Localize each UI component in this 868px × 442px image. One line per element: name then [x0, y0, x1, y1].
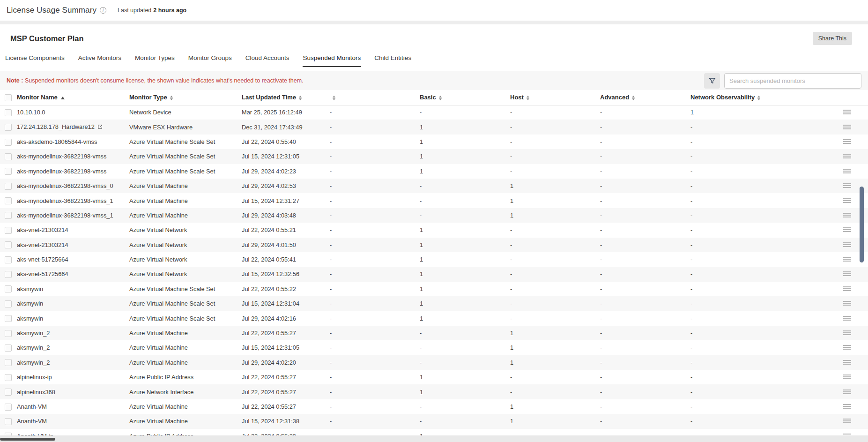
- row-menu-icon[interactable]: [843, 125, 851, 126]
- sort-icon: [757, 96, 760, 100]
- column-header-name[interactable]: Monitor Name: [17, 90, 129, 105]
- cell-blank: -: [330, 120, 420, 134]
- tab-child-entities[interactable]: Child Entities: [374, 52, 412, 67]
- column-header-basic[interactable]: Basic: [420, 90, 510, 105]
- row-menu-icon[interactable]: [843, 345, 851, 346]
- row-checkbox[interactable]: [5, 345, 12, 352]
- row-menu-icon[interactable]: [843, 169, 851, 170]
- cell-netobs: -: [690, 340, 822, 355]
- table-row: aksmywinAzure Virtual Machine Scale SetJ…: [0, 296, 868, 311]
- tab-cloud-accounts[interactable]: Cloud Accounts: [245, 52, 290, 67]
- column-header-blank[interactable]: [330, 90, 420, 105]
- row-menu-icon[interactable]: [843, 110, 851, 111]
- cell-netobs: 1: [690, 105, 822, 120]
- row-checkbox[interactable]: [5, 271, 12, 278]
- top-header-bar: License Usage Summary i Last updated2 ho…: [0, 0, 868, 21]
- cell-netobs: -: [690, 370, 822, 384]
- cell-advanced: -: [600, 223, 690, 237]
- table-row: aks-mynodelinux-36822198-vmssAzure Virtu…: [0, 164, 868, 179]
- plan-card: MSP Customer Plan Share This License Com…: [0, 24, 868, 435]
- row-checkbox[interactable]: [5, 109, 12, 116]
- tab-active-monitors[interactable]: Active Monitors: [78, 52, 122, 67]
- row-menu-icon[interactable]: [843, 198, 851, 199]
- row-menu-icon[interactable]: [843, 286, 851, 287]
- row-checkbox[interactable]: [5, 227, 12, 234]
- row-checkbox[interactable]: [5, 139, 12, 146]
- row-menu-icon[interactable]: [843, 183, 851, 184]
- cell-basic: 1: [420, 296, 510, 311]
- row-checkbox[interactable]: [5, 315, 12, 322]
- tab-monitor-types[interactable]: Monitor Types: [134, 52, 175, 67]
- row-checkbox[interactable]: [5, 197, 12, 204]
- row-checkbox[interactable]: [5, 285, 12, 292]
- cell-blank: -: [330, 399, 420, 414]
- row-menu-icon[interactable]: [843, 316, 851, 317]
- tab-suspended-monitors[interactable]: Suspended Monitors: [303, 52, 362, 67]
- row-checkbox[interactable]: [5, 124, 12, 131]
- table-row: Ananth-VMAzure Virtual MachineJul 22, 20…: [0, 399, 868, 414]
- cell-blank: -: [330, 282, 420, 296]
- cell-updated: Jul 15, 2024 12:31:05: [242, 340, 330, 355]
- column-header-updated[interactable]: Last Updated Time: [242, 90, 330, 105]
- cell-blank: -: [330, 340, 420, 355]
- row-checkbox[interactable]: [5, 389, 12, 396]
- cell-type: Azure Virtual Machine: [129, 208, 242, 223]
- row-menu-icon[interactable]: [843, 404, 851, 405]
- cell-basic: 1: [420, 223, 510, 237]
- row-menu-icon[interactable]: [843, 434, 851, 435]
- row-checkbox[interactable]: [5, 256, 12, 263]
- cell-updated: Jul 29, 2024 4:02:23: [242, 164, 330, 179]
- row-checkbox[interactable]: [5, 404, 12, 411]
- table-row: aks-mynodelinux-36822198-vmss_1Azure Vir…: [0, 208, 868, 223]
- cell-type: Azure Virtual Network: [129, 267, 242, 281]
- tab-monitor-groups[interactable]: Monitor Groups: [188, 52, 232, 67]
- row-menu-icon[interactable]: [843, 139, 851, 140]
- cell-name: Ananth-VM: [17, 399, 129, 414]
- row-checkbox[interactable]: [5, 241, 12, 248]
- cell-netobs: -: [690, 252, 822, 267]
- row-menu-icon[interactable]: [843, 390, 851, 390]
- cell-updated: Jul 29, 2024 4:02:53: [242, 179, 330, 193]
- share-this-button[interactable]: Share This: [813, 32, 852, 45]
- cell-type: Azure Virtual Machine: [129, 326, 242, 340]
- vertical-scrollbar-thumb[interactable]: [860, 187, 864, 262]
- cell-type: Azure Virtual Network: [129, 252, 242, 267]
- row-checkbox[interactable]: [5, 212, 12, 219]
- column-header-netobs[interactable]: Network Observability: [690, 90, 822, 105]
- cell-netobs: -: [690, 135, 822, 149]
- row-menu-icon[interactable]: [843, 360, 851, 361]
- select-all-checkbox[interactable]: [5, 94, 12, 101]
- cell-type: Azure Virtual Machine Scale Set: [129, 282, 242, 296]
- row-checkbox[interactable]: [5, 330, 12, 337]
- row-menu-icon[interactable]: [843, 227, 851, 228]
- row-menu-icon[interactable]: [843, 301, 851, 302]
- row-menu-icon[interactable]: [843, 330, 851, 331]
- tab-license-components[interactable]: License Components: [5, 52, 65, 67]
- row-checkbox[interactable]: [5, 418, 12, 425]
- row-menu-icon[interactable]: [843, 375, 851, 375]
- cell-type: Azure Virtual Machine Scale Set: [129, 164, 242, 179]
- row-menu-icon[interactable]: [843, 213, 851, 214]
- column-header-host[interactable]: Host: [510, 90, 600, 105]
- row-checkbox[interactable]: [5, 153, 12, 160]
- row-checkbox[interactable]: [5, 168, 12, 175]
- search-input[interactable]: [724, 73, 861, 89]
- row-menu-icon[interactable]: [843, 419, 851, 420]
- column-header-type[interactable]: Monitor Type: [129, 90, 242, 105]
- row-checkbox[interactable]: [5, 359, 12, 366]
- row-menu-icon[interactable]: [843, 271, 851, 272]
- info-icon[interactable]: i: [100, 7, 106, 14]
- cell-netobs: -: [690, 164, 822, 179]
- external-link-icon[interactable]: [97, 124, 103, 131]
- cell-type: Azure Virtual Machine: [129, 193, 242, 208]
- row-menu-icon[interactable]: [843, 242, 851, 243]
- horizontal-scrollbar-thumb[interactable]: [0, 438, 55, 441]
- row-checkbox[interactable]: [5, 183, 12, 190]
- filter-button[interactable]: [704, 73, 720, 89]
- row-checkbox[interactable]: [5, 374, 12, 381]
- row-checkbox[interactable]: [5, 300, 12, 307]
- row-menu-icon[interactable]: [843, 154, 851, 155]
- column-header-advanced[interactable]: Advanced: [600, 90, 690, 105]
- header-select-cell: [0, 90, 17, 105]
- row-menu-icon[interactable]: [843, 257, 851, 258]
